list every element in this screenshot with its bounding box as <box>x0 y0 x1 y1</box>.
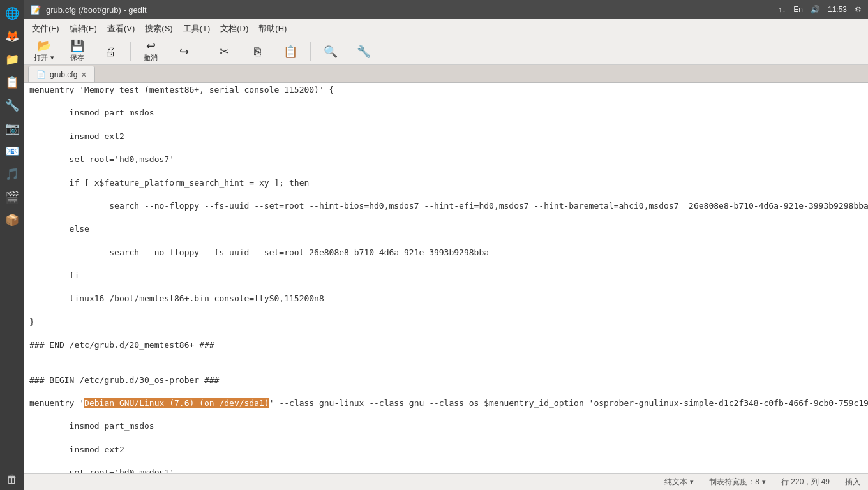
open-icon: 📂 <box>37 40 51 52</box>
line-15: menuentry 'Debian GNU/Linux (7.6) (on /d… <box>29 397 863 409</box>
menu-search[interactable]: 搜索(S) <box>140 20 177 37</box>
cut-button[interactable]: ✂ <box>208 40 240 63</box>
tabbar: 📄 grub.cfg × <box>24 65 868 83</box>
titlebar-left: 📝 grub.cfg (/boot/grub) - gedit <box>31 5 147 15</box>
redo-icon: ↪ <box>179 46 189 57</box>
line-1: menuentry 'Memory test (memtest86+, seri… <box>29 84 863 96</box>
line-3: insmod ext2 <box>29 131 863 142</box>
tab-icon: 📄 <box>36 70 46 79</box>
filetype-dropdown-icon[interactable]: ▾ <box>690 478 694 486</box>
menu-edit[interactable]: 编辑(E) <box>64 20 102 37</box>
editor[interactable]: menuentry 'Memory test (memtest86+, seri… <box>24 83 868 473</box>
line-5: if [ x$feature_platform_search_hint = xy… <box>29 177 863 189</box>
undo-button[interactable]: ↩ 撤消 <box>135 40 167 63</box>
network-icon: ↑↓ <box>778 5 786 14</box>
sidebar-icon-1[interactable]: 🌐 <box>1 3 23 24</box>
open-button[interactable]: 📂 打开 ▾ <box>28 40 60 63</box>
mode-status: 插入 <box>845 477 860 487</box>
volume-icon[interactable]: 🔊 <box>811 5 820 14</box>
sidebar-icon-trash[interactable]: 🗑 <box>1 468 23 490</box>
toolbar-sep-3 <box>310 42 311 61</box>
copy-icon: ⎘ <box>254 46 261 57</box>
indent-label: 制表符宽度：8 <box>709 477 760 487</box>
menu-tools[interactable]: 工具(T) <box>178 20 216 37</box>
sidebar-icon-7[interactable]: 📧 <box>1 140 23 162</box>
sidebar-icon-9[interactable]: 🎬 <box>1 186 23 208</box>
sidebar-icon-5[interactable]: 🔧 <box>1 94 23 116</box>
position-status: 行 220，列 49 <box>781 477 830 487</box>
line-8: search --no-floppy --fs-uuid --set=root … <box>29 247 863 258</box>
print-icon: 🖨 <box>105 46 116 57</box>
tab-grub[interactable]: 📄 grub.cfg × <box>28 66 95 82</box>
line-12: ### END /etc/grub.d/20_memtest86+ ### <box>29 339 863 351</box>
save-label: 保存 <box>70 53 84 63</box>
highlighted-text: Debian GNU/Linux (7.6) (on /dev/sda1) <box>84 398 269 408</box>
main-area: 📝 grub.cfg (/boot/grub) - gedit ↑↓ En 🔊 … <box>24 0 868 490</box>
line-17: insmod ext2 <box>29 444 863 456</box>
open-label: 打开 ▾ <box>34 53 54 63</box>
line-2: insmod part_msdos <box>29 107 863 119</box>
line-16: insmod part_msdos <box>29 420 863 432</box>
tab-close-button[interactable]: × <box>81 70 86 80</box>
replace-icon: 🔧 <box>357 46 371 57</box>
replace-button[interactable]: 🔧 <box>348 40 380 63</box>
menu-view[interactable]: 查看(V) <box>102 20 140 37</box>
sidebar: 🌐 🦊 📁 📋 🔧 📷 📧 🎵 🎬 📦 🗑 <box>0 0 24 490</box>
menu-file[interactable]: 文件(F) <box>27 20 64 37</box>
paste-button[interactable]: 📋 <box>274 40 306 63</box>
editor-content[interactable]: menuentry 'Memory test (memtest86+, seri… <box>24 83 868 473</box>
sidebar-icon-8[interactable]: 🎵 <box>1 163 23 185</box>
save-button[interactable]: 💾 保存 <box>61 40 93 63</box>
sidebar-icon-2[interactable]: 🦊 <box>1 26 23 47</box>
toolbar-sep-2 <box>204 42 204 61</box>
filetype-label: 纯文本 <box>664 477 687 487</box>
clock: 11:53 <box>828 5 847 14</box>
menubar: 文件(F) 编辑(E) 查看(V) 搜索(S) 工具(T) 文档(D) 帮助(H… <box>24 19 868 38</box>
filetype-status[interactable]: 纯文本 ▾ <box>664 477 694 487</box>
undo-label: 撤消 <box>144 53 158 63</box>
indent-dropdown-icon[interactable]: ▾ <box>762 478 766 486</box>
statusbar: 纯文本 ▾ 制表符宽度：8 ▾ 行 220，列 49 插入 <box>24 473 868 490</box>
line-4: set root='hd0,msdos7' <box>29 154 863 165</box>
toolbar: 📂 打开 ▾ 💾 保存 🖨 ↩ 撤消 ↪ ✂ ⎘ 📋 🔍 <box>24 38 868 65</box>
line-11: } <box>29 316 863 328</box>
language-indicator[interactable]: En <box>793 5 803 14</box>
mode-label: 插入 <box>845 477 860 487</box>
settings-icon[interactable]: ⚙ <box>855 5 862 14</box>
sidebar-icon-6[interactable]: 📷 <box>1 117 23 139</box>
line-14: ### BEGIN /etc/grub.d/30_os-prober ### <box>29 375 863 386</box>
app-icon: 📝 <box>31 5 41 15</box>
line-7: else <box>29 223 863 235</box>
position-label: 行 220，列 49 <box>781 477 830 487</box>
menu-help[interactable]: 帮助(H) <box>253 20 292 37</box>
line-18: set root='hd0,msdos1' <box>29 467 863 473</box>
menu-documents[interactable]: 文档(D) <box>215 20 253 37</box>
copy-button[interactable]: ⎘ <box>241 40 273 63</box>
cut-icon: ✂ <box>220 46 229 57</box>
titlebar-right: ↑↓ En 🔊 11:53 ⚙ <box>778 5 862 14</box>
sidebar-icon-4[interactable]: 📋 <box>1 71 23 93</box>
sidebar-icon-10[interactable]: 📦 <box>1 209 23 231</box>
indent-status[interactable]: 制表符宽度：8 ▾ <box>709 477 766 487</box>
titlebar: 📝 grub.cfg (/boot/grub) - gedit ↑↓ En 🔊 … <box>24 0 868 19</box>
line-9: fi <box>29 270 863 281</box>
tab-label: grub.cfg <box>50 70 77 79</box>
line-10: linux16 /boot/memtest86+.bin console=tty… <box>29 293 863 304</box>
save-icon: 💾 <box>70 40 84 52</box>
redo-button[interactable]: ↪ <box>168 40 200 63</box>
titlebar-title: grub.cfg (/boot/grub) - gedit <box>46 5 147 15</box>
sidebar-icon-3[interactable]: 📁 <box>1 48 23 70</box>
print-button[interactable]: 🖨 <box>94 40 126 63</box>
find-button[interactable]: 🔍 <box>315 40 347 63</box>
find-icon: 🔍 <box>324 46 338 57</box>
undo-icon: ↩ <box>146 40 156 52</box>
paste-icon: 📋 <box>283 46 297 57</box>
toolbar-sep-1 <box>130 42 131 61</box>
line-6: search --no-floppy --fs-uuid --set=root … <box>29 200 863 212</box>
